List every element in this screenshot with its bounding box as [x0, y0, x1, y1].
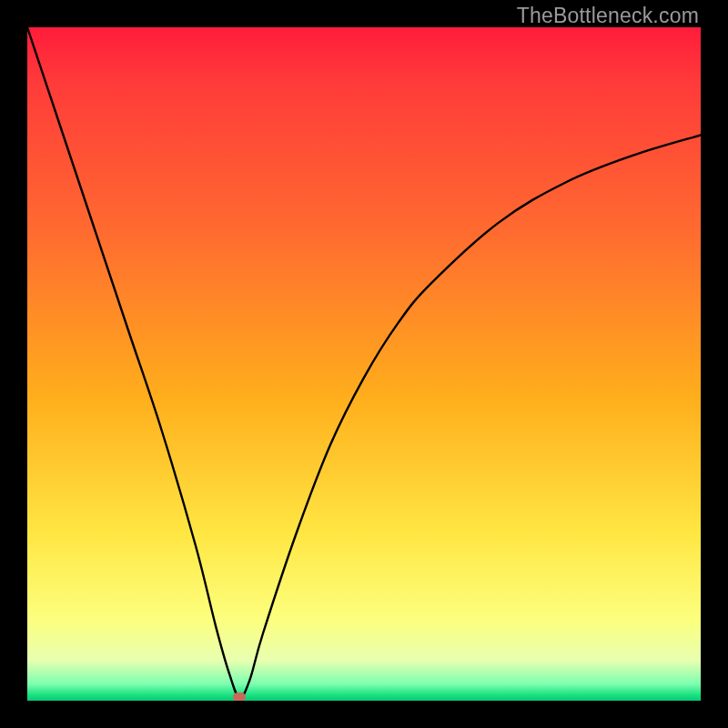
- chart-frame: TheBottleneck.com: [0, 0, 728, 728]
- minimum-marker: [233, 693, 246, 701]
- plot-area: [27, 27, 701, 701]
- bottleneck-curve: [27, 27, 701, 701]
- watermark-text: TheBottleneck.com: [517, 4, 699, 28]
